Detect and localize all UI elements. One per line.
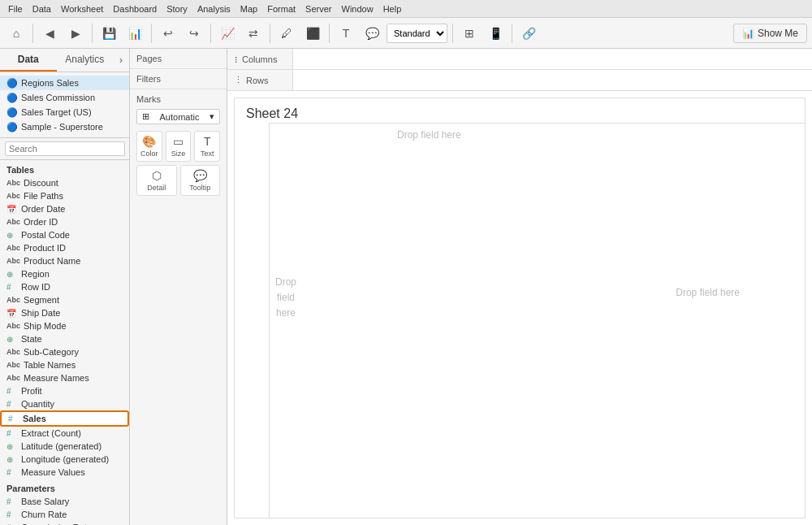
- field-ship-date[interactable]: 📅 Ship Date: [0, 306, 129, 319]
- color-mark-button[interactable]: 🎨 Color: [136, 131, 162, 162]
- menu-story[interactable]: Story: [162, 4, 192, 14]
- swap-button[interactable]: ⇄: [242, 22, 265, 45]
- rows-drop-zone[interactable]: [292, 70, 812, 90]
- tooltip-mark-button[interactable]: 💬 Tooltip: [180, 165, 221, 196]
- device-button[interactable]: 📱: [484, 22, 507, 45]
- field-extract-count[interactable]: # Extract (Count): [0, 427, 129, 440]
- forward-button[interactable]: ▶: [64, 22, 87, 45]
- field-base-salary[interactable]: # Base Salary: [0, 495, 129, 508]
- field-latitude-generated[interactable]: ⊕ Latitude (generated): [0, 440, 129, 453]
- columns-drop-zone[interactable]: [292, 49, 812, 69]
- add-datasource-button[interactable]: 📊: [123, 22, 146, 45]
- menu-file[interactable]: File: [3, 4, 28, 14]
- marks-section: Marks ⊞ Automatic ▾ 🎨 Color ▭ Size T Tex…: [130, 89, 227, 201]
- panel-collapse-button[interactable]: ›: [113, 49, 129, 72]
- separator-1: [32, 24, 33, 43]
- menu-dashboard[interactable]: Dashboard: [108, 4, 162, 14]
- filters-section: Filters: [130, 69, 227, 89]
- filter-button[interactable]: ⬛: [301, 22, 324, 45]
- separator-5: [270, 24, 270, 43]
- show-me-button[interactable]: 📊 Show Me: [733, 24, 807, 43]
- field-churn-rate[interactable]: # Churn Rate: [0, 508, 129, 521]
- calendar-icon: 📅: [6, 205, 18, 214]
- detail-mark-button[interactable]: ⬡ Detail: [136, 165, 177, 196]
- text-icon: T: [204, 135, 211, 148]
- measure-icon: #: [6, 468, 18, 477]
- field-state[interactable]: ⊕ State: [0, 332, 129, 345]
- separator-2: [92, 24, 93, 43]
- top-border: [269, 123, 805, 124]
- field-sub-category[interactable]: Abc Sub-Category: [0, 345, 129, 358]
- abc-icon: Abc: [6, 348, 20, 356]
- chart-icon: 📊: [742, 28, 754, 39]
- filters-label: Filters: [136, 74, 161, 84]
- abc-icon: Abc: [6, 257, 20, 265]
- field-commission-rate[interactable]: # Commission Rate: [0, 521, 129, 525]
- tooltip-button[interactable]: 💬: [361, 22, 383, 45]
- size-button[interactable]: ⊞: [458, 22, 481, 45]
- datasource-item-sales-target[interactable]: 🔵 Sales Target (US): [0, 105, 129, 119]
- menu-map[interactable]: Map: [235, 4, 262, 14]
- field-region[interactable]: ⊕ Region: [0, 267, 129, 280]
- save-button[interactable]: 💾: [97, 22, 120, 45]
- text-mark-button[interactable]: T Text: [194, 131, 220, 162]
- measure-icon: #: [6, 497, 18, 506]
- field-product-id[interactable]: Abc Product ID: [0, 241, 129, 254]
- field-row-id[interactable]: # Row ID: [0, 280, 129, 293]
- pages-section: Pages: [130, 49, 227, 69]
- standard-select[interactable]: Standard: [387, 24, 447, 43]
- field-quantity[interactable]: # Quantity: [0, 397, 129, 410]
- field-segment[interactable]: Abc Segment: [0, 293, 129, 306]
- datasource-icon: 🔵: [6, 92, 18, 103]
- field-file-paths[interactable]: Abc File Paths: [0, 189, 129, 202]
- datasource-icon: 🔵: [6, 106, 18, 118]
- field-table-names[interactable]: Abc Table Names: [0, 358, 129, 371]
- highlight-button[interactable]: 🖊: [275, 22, 298, 45]
- field-sales[interactable]: # Sales: [0, 410, 129, 427]
- menu-data[interactable]: Data: [28, 4, 56, 14]
- menu-format[interactable]: Format: [262, 4, 300, 14]
- menu-worksheet[interactable]: Worksheet: [56, 4, 108, 14]
- marks-type-value: Automatic: [160, 112, 200, 122]
- marks-type-dropdown[interactable]: ⊞ Automatic ▾: [136, 109, 220, 124]
- size-mark-button[interactable]: ▭ Size: [166, 131, 192, 162]
- measure-icon: #: [8, 414, 19, 423]
- canvas-area[interactable]: Sheet 24 Drop field here Drop field here…: [234, 98, 806, 518]
- tab-analytics[interactable]: Analytics: [57, 49, 114, 72]
- datasource-item-regions-sales[interactable]: 🔵 Regions Sales: [0, 76, 129, 90]
- home-button[interactable]: ⌂: [5, 22, 28, 45]
- pages-label: Pages: [136, 54, 162, 63]
- field-longitude-generated[interactable]: ⊕ Longitude (generated): [0, 453, 129, 466]
- tab-data[interactable]: Data: [0, 49, 57, 72]
- field-product-name[interactable]: Abc Product Name: [0, 254, 129, 267]
- back-button[interactable]: ◀: [38, 22, 61, 45]
- field-postal-code[interactable]: ⊕ Postal Code: [0, 228, 129, 241]
- menu-analysis[interactable]: Analysis: [192, 4, 235, 14]
- menu-help[interactable]: Help: [378, 4, 407, 14]
- menu-server[interactable]: Server: [300, 4, 336, 14]
- sheet-title: Sheet 24: [235, 98, 805, 129]
- field-measure-names[interactable]: Abc Measure Names: [0, 371, 129, 384]
- menu-window[interactable]: Window: [337, 4, 378, 14]
- geo-icon: ⊕: [6, 455, 18, 464]
- datasource-item-sales-commission[interactable]: 🔵 Sales Commission: [0, 90, 129, 105]
- marks-buttons-grid: 🎨 Color ▭ Size T Text: [136, 131, 220, 162]
- field-order-date[interactable]: 📅 Order Date: [0, 202, 129, 215]
- undo-button[interactable]: ↩: [157, 22, 179, 45]
- redo-button[interactable]: ↪: [183, 22, 205, 45]
- share-button[interactable]: 🔗: [517, 22, 540, 45]
- left-panel: Data Analytics › 🔵 Regions Sales 🔵 Sales…: [0, 49, 130, 525]
- field-discount[interactable]: Abc Discount: [0, 176, 129, 189]
- calendar-icon: 📅: [6, 309, 18, 318]
- field-profit[interactable]: # Profit: [0, 384, 129, 397]
- show-me-label: Show Me: [758, 28, 798, 39]
- drop-hint-mid: Drop field here: [676, 287, 740, 298]
- datasource-item-sample-superstore[interactable]: 🔵 Sample - Superstore: [0, 119, 129, 134]
- chart-button[interactable]: 📈: [216, 22, 239, 45]
- field-ship-mode[interactable]: Abc Ship Mode: [0, 319, 129, 332]
- text-button[interactable]: T: [335, 22, 357, 45]
- field-measure-values[interactable]: # Measure Values: [0, 466, 129, 479]
- marks-detail-row: ⬡ Detail 💬 Tooltip: [136, 165, 220, 196]
- search-input[interactable]: [5, 141, 125, 156]
- field-order-id[interactable]: Abc Order ID: [0, 215, 129, 228]
